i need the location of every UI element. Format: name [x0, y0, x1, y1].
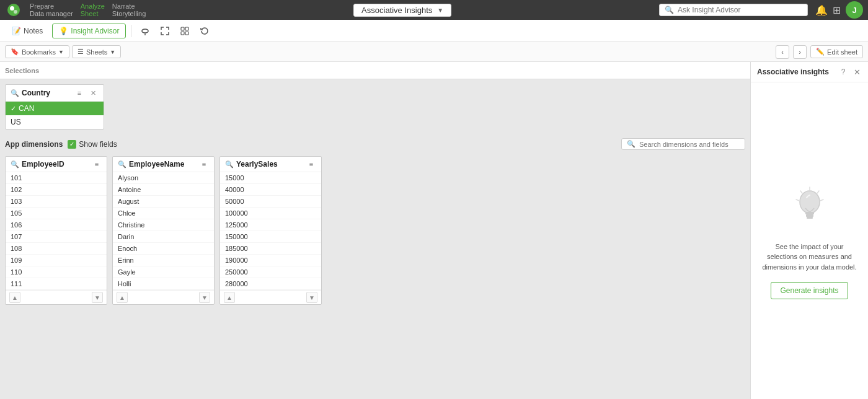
app-title-button[interactable]: Associative Insights ▼	[353, 4, 451, 17]
sub-toolbar: 🔖 Bookmarks ▼ ☰ Sheets ▼ ‹ › ✏️ Edit she…	[0, 42, 868, 62]
filter-search-icon: 🔍	[11, 89, 19, 97]
narrate-nav[interactable]: Narrate Storytelling	[112, 2, 146, 17]
expand-button[interactable]	[156, 22, 174, 40]
close-icon[interactable]: ✕	[852, 67, 862, 77]
prev-sheet-button[interactable]: ‹	[776, 45, 789, 59]
country-filter-header: 🔍 Country ≡ ✕	[6, 85, 104, 102]
filter-value-us: US	[11, 118, 21, 126]
list-item[interactable]: 50000	[220, 196, 321, 208]
list-item[interactable]: 110	[6, 266, 107, 278]
list-item[interactable]: Holli	[113, 278, 214, 290]
list-item[interactable]: Antoine	[113, 184, 214, 196]
next-sheet-button[interactable]: ›	[793, 45, 807, 59]
list-item[interactable]: Gayle	[113, 266, 214, 278]
reset-button[interactable]	[196, 22, 213, 40]
insight-advisor-search[interactable]: 🔍	[659, 4, 808, 16]
sheets-button[interactable]: ☰ Sheets ▼	[72, 45, 121, 58]
list-item[interactable]: 250000	[220, 266, 321, 278]
toolbar-separator	[131, 25, 131, 37]
insights-body: See the impact of your selections on mea…	[751, 82, 868, 399]
list-item[interactable]: Chloe	[113, 208, 214, 219]
list-item[interactable]: Christine	[113, 219, 214, 231]
dimensions-search-bar[interactable]: 🔍	[621, 138, 745, 150]
employeeid-header: 🔍 EmployeeID ≡	[6, 157, 107, 172]
list-item[interactable]: Alyson	[113, 172, 214, 184]
list-item[interactable]: 125000	[220, 219, 321, 231]
narrate-sublabel: Storytelling	[112, 10, 146, 17]
dimensions-search-input[interactable]	[639, 141, 740, 148]
analyze-nav[interactable]: Analyze Sheet	[81, 2, 105, 17]
scroll-up-yearlysales[interactable]: ▲	[224, 292, 235, 303]
tab-insight-advisor[interactable]: 💡 Insight Advisor	[52, 24, 126, 38]
list-item[interactable]: 111	[6, 278, 107, 290]
list-item[interactable]: 109	[6, 255, 107, 266]
lasso-tool-button[interactable]	[136, 22, 154, 40]
sheets-chevron: ▼	[110, 49, 115, 55]
yearlysales-footer: ▲ ▼	[220, 290, 321, 304]
employeeid-footer: ▲ ▼	[6, 290, 107, 304]
yearlysales-menu-icon[interactable]: ≡	[306, 159, 316, 169]
yearlysales-header: 🔍 YearlySales ≡	[220, 157, 321, 172]
notes-icon: 📝	[12, 27, 21, 35]
grid-icon[interactable]: ⊞	[833, 4, 841, 16]
list-item[interactable]: 106	[6, 219, 107, 231]
list-item[interactable]: 103	[6, 196, 107, 208]
search-input[interactable]	[678, 6, 802, 14]
list-item[interactable]: 15000	[220, 172, 321, 184]
tab-notes[interactable]: 📝 Notes	[5, 24, 50, 38]
svg-point-2	[14, 10, 17, 14]
scroll-up-employeename[interactable]: ▲	[117, 292, 128, 303]
show-fields-checkbox[interactable]: ✓	[68, 140, 76, 149]
list-item[interactable]: 101	[6, 172, 107, 184]
filter-item-can[interactable]: ✓ CAN	[6, 102, 104, 115]
employeename-menu-icon[interactable]: ≡	[199, 159, 209, 169]
generate-insights-button[interactable]: Generate insights	[771, 282, 848, 299]
grid-view-button[interactable]	[176, 22, 193, 40]
yearlysales-title: YearlySales	[236, 160, 304, 169]
sheets-icon: ☰	[78, 48, 84, 56]
prepare-sublabel: Data manager	[30, 10, 73, 17]
list-item[interactable]: 150000	[220, 231, 321, 243]
list-item[interactable]: 190000	[220, 255, 321, 266]
user-avatar[interactable]: J	[846, 1, 863, 19]
show-fields-toggle[interactable]: ✓ Show fields	[68, 140, 117, 149]
edit-sheet-button[interactable]: ✏️ Edit sheet	[810, 45, 863, 58]
scroll-up-employeeid[interactable]: ▲	[9, 292, 20, 303]
list-item[interactable]: 185000	[220, 243, 321, 255]
help-icon[interactable]: ?	[838, 67, 848, 77]
bulb-icon	[785, 182, 835, 232]
filter-item-us[interactable]: US	[6, 115, 104, 129]
insights-header: Associative insights ? ✕	[751, 62, 868, 82]
list-item[interactable]: August	[113, 196, 214, 208]
toolbar-icon-group	[136, 22, 213, 40]
employeename-content: Alyson Antoine August Chloe Christine Da…	[113, 172, 214, 290]
filter-list-icon[interactable]: ≡	[74, 87, 85, 99]
prepare-nav[interactable]: Prepare Data manager	[30, 2, 73, 17]
svg-point-8	[800, 191, 820, 213]
fields-area: 🔍 EmployeeID ≡ 101 102 103 105 106 107 1…	[0, 154, 750, 399]
notification-icon[interactable]: 🔔	[815, 4, 828, 16]
list-item[interactable]: 40000	[220, 184, 321, 196]
employeeid-menu-icon[interactable]: ≡	[92, 159, 102, 169]
list-item[interactable]: 108	[6, 243, 107, 255]
svg-rect-10	[806, 214, 813, 217]
scroll-down-employeeid[interactable]: ▼	[92, 292, 103, 303]
insights-description: See the impact of your selections on mea…	[761, 242, 858, 273]
dimensions-bar: App dimensions ✓ Show fields 🔍	[0, 134, 750, 154]
employeename-footer: ▲ ▼	[113, 290, 214, 304]
bookmarks-label: Bookmarks	[22, 48, 56, 56]
list-item[interactable]: Enoch	[113, 243, 214, 255]
scroll-down-employeename[interactable]: ▼	[199, 292, 210, 303]
list-item[interactable]: 100000	[220, 208, 321, 219]
scroll-down-yearlysales[interactable]: ▼	[306, 292, 317, 303]
selections-bar: Selections	[0, 62, 750, 79]
list-item[interactable]: Darin	[113, 231, 214, 243]
list-item[interactable]: 107	[6, 231, 107, 243]
filter-clear-icon[interactable]: ✕	[87, 87, 99, 99]
bookmarks-button[interactable]: 🔖 Bookmarks ▼	[5, 45, 69, 58]
svg-line-15	[796, 200, 799, 201]
list-item[interactable]: 102	[6, 184, 107, 196]
list-item[interactable]: 280000	[220, 278, 321, 290]
list-item[interactable]: 105	[6, 208, 107, 219]
list-item[interactable]: Erinn	[113, 255, 214, 266]
